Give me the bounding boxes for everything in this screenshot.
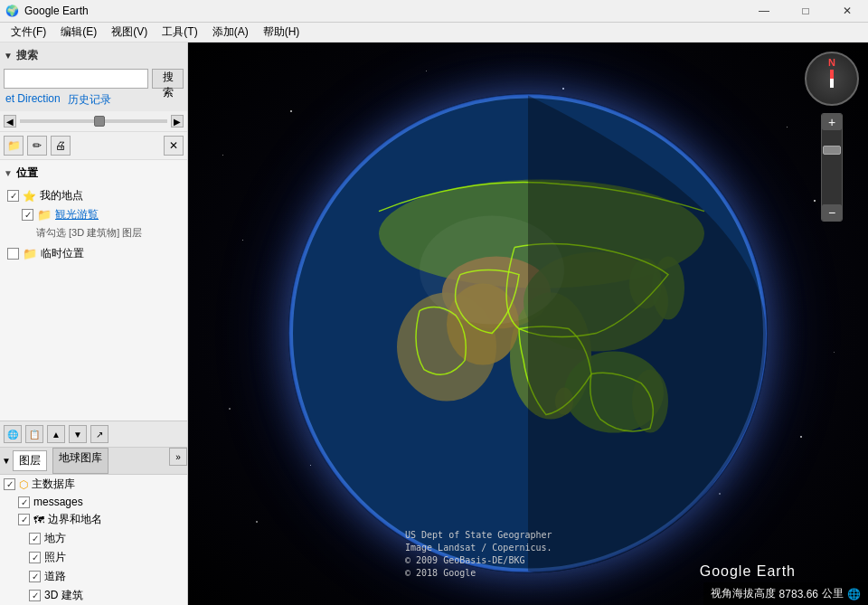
temp-checkbox[interactable] <box>7 248 19 260</box>
hint-text: 请勾选 [3D 建筑物] 图层 <box>4 224 184 241</box>
layer-primary-db-checkbox[interactable] <box>4 478 15 490</box>
compass[interactable]: N <box>805 52 859 106</box>
layer-panel-icon[interactable]: 📋 <box>25 425 43 443</box>
slider-track[interactable] <box>20 119 167 123</box>
left-panel: ▼ 搜索 搜索 et Direction 历史记录 ◀ ▶ 📁 ✏ 🖨 <box>0 43 188 605</box>
panel-bottom: 🌐 📋 ▲ ▼ ↗ ▼ 图层 地球图库 » <box>0 421 187 605</box>
nav-controls: N + − <box>805 52 859 222</box>
temp-folder-icon: 📁 <box>23 247 37 260</box>
location-section: ▼ 位置 ⭐ 我的地点 📁 観光游覧 请勾选 [3D 建筑物] 图 <box>0 160 187 267</box>
layer-places-checkbox[interactable] <box>29 533 41 544</box>
layer-primary-db-label: 主数据库 <box>32 477 75 492</box>
app-icon: 🌍 <box>5 5 19 17</box>
altitude-unit: 公里 <box>822 586 844 601</box>
zoom-slider[interactable]: + − <box>821 113 843 222</box>
nav-down-arrow[interactable]: ▼ <box>69 425 87 443</box>
tour-checkbox[interactable] <box>22 209 33 221</box>
location-label: 位置 <box>16 165 38 181</box>
layer-3d-buildings[interactable]: 3D 建筑 <box>0 586 187 605</box>
my-places-label: 我的地点 <box>40 188 83 203</box>
layer-borders-icon: 🗺 <box>33 514 44 526</box>
my-places-item[interactable]: ⭐ 我的地点 <box>4 186 184 205</box>
layer-photos[interactable]: 照片 <box>0 548 187 567</box>
zoom-out-button[interactable]: − <box>822 204 842 221</box>
layer-borders[interactable]: 🗺 边界和地名 <box>0 510 187 529</box>
search-label: 搜索 <box>16 48 38 63</box>
slider-thumb[interactable] <box>94 116 105 127</box>
layers-tab[interactable]: 图层 <box>13 450 47 471</box>
layer-3d-buildings-label: 3D 建筑 <box>44 588 83 603</box>
library-arrow[interactable]: » <box>169 448 187 466</box>
attribution-text: US Dept of State Geographer Image Landsa… <box>405 529 552 580</box>
panel-slider: ◀ ▶ <box>0 111 187 132</box>
menu-help[interactable]: 帮助(H) <box>256 23 307 42</box>
compass-ring[interactable]: N <box>805 52 859 106</box>
globe-svg <box>288 94 768 573</box>
earth-globe[interactable] <box>288 94 768 573</box>
temp-location-item[interactable]: 📁 临时位置 <box>4 244 184 263</box>
titlebar-left: 🌍 Google Earth <box>0 5 89 17</box>
close-button[interactable]: ✕ <box>826 0 868 23</box>
layer-places[interactable]: 地方 <box>0 529 187 548</box>
section-tabs: ▼ 图层 地球图库 » <box>0 447 187 475</box>
layer-borders-checkbox[interactable] <box>18 514 30 525</box>
add-folder-button[interactable]: 📁 <box>4 136 24 156</box>
minimize-button[interactable]: — <box>743 0 785 23</box>
search-row: 搜索 <box>4 69 184 89</box>
altitude-value: 8783.66 <box>779 588 818 600</box>
menu-view[interactable]: 视图(V) <box>104 23 155 42</box>
layer-roads[interactable]: 道路 <box>0 567 187 586</box>
tour-label: 観光游覧 <box>55 207 99 222</box>
layer-library-bar: 🌐 📋 ▲ ▼ ↗ <box>0 421 187 447</box>
compass-north-label: N <box>828 57 835 68</box>
layer-primary-db[interactable]: ⬡ 主数据库 <box>0 475 187 494</box>
library-tab[interactable]: 地球图库 <box>52 448 108 474</box>
layer-places-label: 地方 <box>44 531 66 546</box>
menu-tools[interactable]: 工具(T) <box>155 23 204 42</box>
nav-action-arrow[interactable]: ↗ <box>90 425 108 443</box>
search-collapse-icon: ▼ <box>4 51 13 61</box>
location-header: ▼ 位置 <box>4 164 184 183</box>
menu-edit[interactable]: 编辑(E) <box>53 23 104 42</box>
earth-view[interactable]: □ 📍 ⬡ 〜 🖼 → 📷 🏔 🔍 ✉ 🖨 📄 📐 <box>188 43 868 605</box>
altitude-icon: 🌐 <box>847 588 861 600</box>
edit-button[interactable]: ✏ <box>27 136 47 156</box>
layer-messages-checkbox[interactable] <box>18 496 30 508</box>
layer-photos-label: 照片 <box>44 550 66 565</box>
globe-container[interactable] <box>288 94 768 573</box>
attribution-area: US Dept of State Geographer Image Landsa… <box>405 529 796 580</box>
google-earth-logo: Google Earth <box>700 563 796 580</box>
altitude-status: 视角海拔高度 8783.66 公里 🌐 <box>703 582 868 605</box>
layer-3d-buildings-checkbox[interactable] <box>29 590 41 601</box>
tour-item[interactable]: 📁 観光游覧 <box>4 205 184 224</box>
search-link-direction[interactable]: et Direction <box>5 92 61 108</box>
layers-tab-area: ▼ 图层 <box>0 448 49 474</box>
layer-messages[interactable]: messages <box>0 494 187 510</box>
my-places-checkbox[interactable] <box>7 190 19 202</box>
layer-tab-icon[interactable]: 🌐 <box>4 425 22 443</box>
maximize-button[interactable]: □ <box>785 0 826 23</box>
print-button[interactable]: 🖨 <box>51 136 71 156</box>
location-collapse-icon: ▼ <box>4 168 13 178</box>
menu-bar: 文件(F) 编辑(E) 视图(V) 工具(T) 添加(A) 帮助(H) <box>0 23 868 43</box>
main-layout: ▼ 搜索 搜索 et Direction 历史记录 ◀ ▶ 📁 ✏ 🖨 <box>0 43 868 605</box>
layer-roads-checkbox[interactable] <box>29 571 41 582</box>
menu-file[interactable]: 文件(F) <box>4 23 53 42</box>
panel-toolbar: 📁 ✏ 🖨 ✕ <box>0 132 187 160</box>
search-header: ▼ 搜索 <box>4 46 184 65</box>
nav-up-arrow[interactable]: ▲ <box>47 425 65 443</box>
delete-button[interactable]: ✕ <box>164 136 184 156</box>
app-title: Google Earth <box>24 5 89 17</box>
zoom-in-button[interactable]: + <box>822 114 842 130</box>
slider-right-arrow[interactable]: ▶ <box>171 115 184 128</box>
search-button[interactable]: 搜索 <box>152 69 184 89</box>
search-link-history[interactable]: 历史记录 <box>68 92 111 108</box>
search-input[interactable] <box>4 69 148 89</box>
layer-photos-checkbox[interactable] <box>29 552 41 563</box>
panel-scroll[interactable]: ▼ 位置 ⭐ 我的地点 📁 観光游覧 请勾选 [3D 建筑物] 图 <box>0 160 187 421</box>
zoom-handle[interactable] <box>823 146 841 155</box>
menu-add[interactable]: 添加(A) <box>205 23 256 42</box>
slider-left-arrow[interactable]: ◀ <box>4 115 16 128</box>
tour-folder-icon: 📁 <box>37 208 52 222</box>
altitude-label: 视角海拔高度 <box>711 586 776 601</box>
